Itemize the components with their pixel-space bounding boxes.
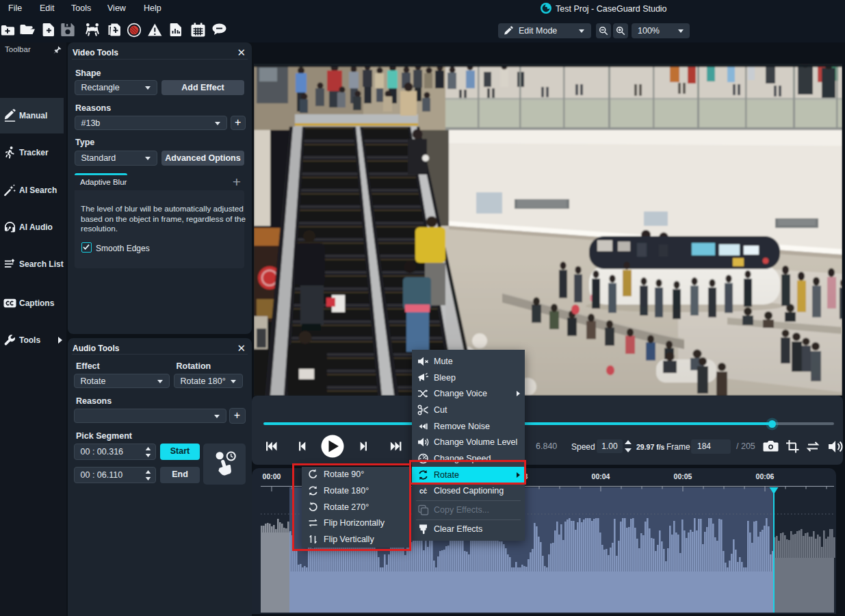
svg-text:00:04: 00:04 (592, 472, 610, 480)
svg-text:00:05: 00:05 (674, 472, 692, 480)
svg-text:00:06: 00:06 (756, 472, 775, 480)
svg-text:00:00: 00:00 (263, 472, 281, 480)
